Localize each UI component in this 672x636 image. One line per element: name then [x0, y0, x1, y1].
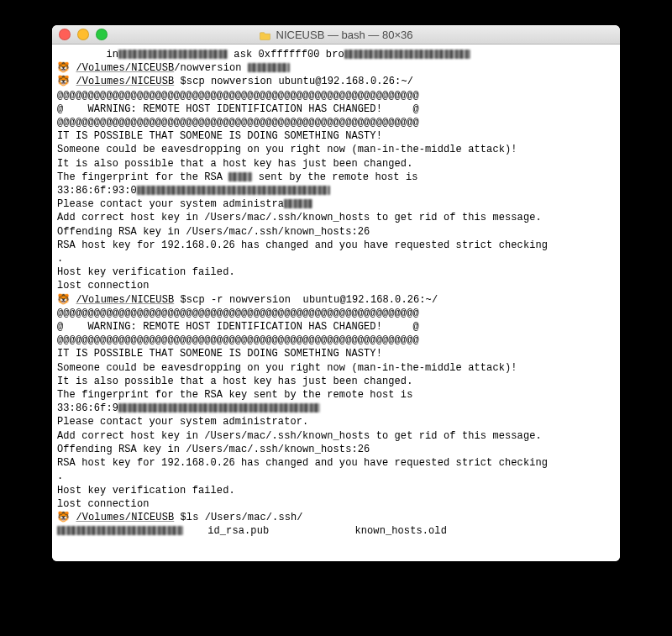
- minimize-button[interactable]: [77, 29, 89, 40]
- line-fingerprint-label: The fingerprint for the RSA sent by the …: [57, 171, 615, 184]
- line-prompt-nowversion: 🐯 /Volumes/NICEUSB/nowversion: [57, 61, 615, 75]
- line-at-border: @@@@@@@@@@@@@@@@@@@@@@@@@@@@@@@@@@@@@@@@…: [57, 307, 615, 320]
- line-fingerprint-value: 33:86:6f:93:0: [57, 184, 615, 197]
- line-contact-admin: Please contact your system administrator…: [57, 415, 615, 428]
- line-cmd-ls: 🐯 /Volumes/NICEUSB $ls /Users/mac/.ssh/: [57, 511, 615, 524]
- line-cmd-scp-2: 🐯 /Volumes/NICEUSB $scp -r nowversion ub…: [57, 293, 615, 307]
- line-verification-failed: Host key verification failed.: [57, 484, 615, 497]
- traffic-lights: [59, 29, 108, 40]
- line-offending: Offending RSA key in /Users/mac/.ssh/kno…: [57, 443, 615, 456]
- line-nasty: IT IS POSSIBLE THAT SOMEONE IS DOING SOM…: [57, 347, 615, 360]
- terminal-body[interactable]: in ask 0xffffff00 bro🐯 /Volumes/NICEUSB/…: [52, 45, 620, 561]
- line-fingerprint-value: 33:86:6f:9: [57, 402, 615, 415]
- window-title: NICEUSB — bash — 80×36: [52, 29, 620, 41]
- close-button[interactable]: [59, 29, 71, 40]
- line-offending: Offending RSA key in /Users/mac/.ssh/kno…: [57, 225, 615, 239]
- line-nasty: IT IS POSSIBLE THAT SOMEONE IS DOING SOM…: [57, 129, 615, 143]
- line-at-border: @@@@@@@@@@@@@@@@@@@@@@@@@@@@@@@@@@@@@@@@…: [57, 89, 615, 102]
- line-eavesdrop: Someone could be eavesdropping on you ri…: [57, 143, 615, 156]
- line-lost-connection: lost connection: [57, 279, 615, 292]
- line-eavesdrop: Someone could be eavesdropping on you ri…: [57, 361, 615, 375]
- line-add-key: Add correct host key in /Users/mac/.ssh/…: [57, 211, 615, 224]
- line-contact-admin: Please contact your system administra: [57, 197, 615, 211]
- line-fingerprint-label: The fingerprint for the RSA key sent by …: [57, 388, 615, 402]
- line-verification-failed: Host key verification failed.: [57, 265, 615, 279]
- line-also: It is also possible that a host key has …: [57, 157, 615, 171]
- terminal-window: NICEUSB — bash — 80×36 in ask 0xffffff00…: [52, 25, 620, 561]
- line-lost-connection: lost connection: [57, 497, 615, 511]
- window-title-text: NICEUSB — bash — 80×36: [276, 29, 413, 41]
- line-dot: .: [57, 470, 615, 483]
- line-dot: .: [57, 252, 615, 265]
- tiger-icon: 🐯: [57, 61, 70, 75]
- tiger-icon: 🐯: [57, 511, 70, 524]
- titlebar[interactable]: NICEUSB — bash — 80×36: [52, 25, 620, 45]
- line-warning: @ WARNING: REMOTE HOST IDENTIFICATION HA…: [57, 102, 615, 116]
- line-strict: RSA host key for 192.168.0.26 has change…: [57, 456, 615, 470]
- line-at-border: @@@@@@@@@@@@@@@@@@@@@@@@@@@@@@@@@@@@@@@@…: [57, 116, 615, 129]
- line-add-key: Add correct host key in /Users/mac/.ssh/…: [57, 429, 615, 443]
- line-also: It is also possible that a host key has …: [57, 375, 615, 388]
- line-at-border: @@@@@@@@@@@@@@@@@@@@@@@@@@@@@@@@@@@@@@@@…: [57, 334, 615, 347]
- tiger-icon: 🐯: [57, 293, 70, 307]
- line-strict: RSA host key for 192.168.0.26 has change…: [57, 239, 615, 252]
- line-ls-output: id_rsa.pub known_hosts.old: [57, 524, 615, 538]
- line-warning: @ WARNING: REMOTE HOST IDENTIFICATION HA…: [57, 320, 615, 334]
- zoom-button[interactable]: [96, 29, 108, 40]
- line-cmd-scp-1: 🐯 /Volumes/NICEUSB $scp nowversion ubunt…: [57, 75, 615, 88]
- folder-icon: [260, 30, 271, 39]
- line-partial-top: in ask 0xffffff00 bro: [57, 48, 615, 61]
- tiger-icon: 🐯: [57, 75, 70, 88]
